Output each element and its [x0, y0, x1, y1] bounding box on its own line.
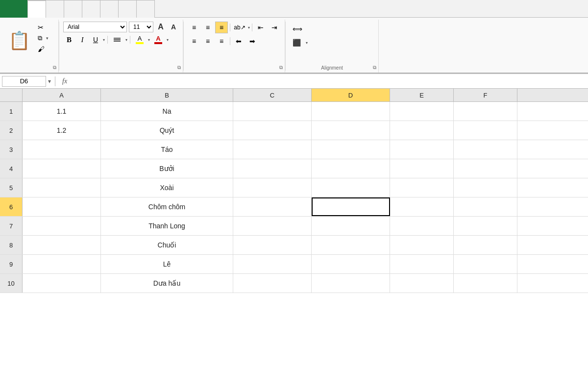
font-color-button[interactable]: A — [151, 34, 165, 45]
underline-button[interactable]: U — [90, 34, 101, 45]
paste-button[interactable]: 📋 — [3, 20, 36, 63]
col-header-f[interactable]: F — [454, 89, 517, 101]
row-number[interactable]: 1 — [0, 102, 23, 121]
cell-d4[interactable] — [312, 159, 390, 178]
cell-d1[interactable] — [312, 102, 390, 121]
align-right-button[interactable]: ≡ — [215, 35, 228, 47]
cell-d6[interactable] — [312, 197, 390, 216]
border-button[interactable] — [110, 34, 124, 45]
alignment-expand-icon2[interactable]: ⧉ — [373, 65, 376, 71]
align-bottom-button[interactable]: ≡ — [215, 22, 228, 33]
cell-e8[interactable] — [390, 236, 454, 254]
col-header-d[interactable]: D — [312, 89, 390, 101]
format-painter-button[interactable]: 🖌 — [36, 44, 50, 54]
align-top-button[interactable]: ≡ — [188, 22, 200, 33]
cell-f3[interactable] — [454, 140, 517, 159]
cell-b7[interactable]: Thanh Long — [101, 217, 233, 235]
tab-formulas[interactable] — [82, 0, 100, 18]
cell-a10[interactable] — [23, 274, 101, 293]
merge-dropdown[interactable]: ▾ — [306, 41, 308, 45]
cell-c1[interactable] — [233, 102, 312, 121]
cell-b5[interactable]: Xoài — [101, 178, 233, 197]
col-header-a[interactable]: A — [23, 89, 101, 101]
cell-d8[interactable] — [312, 236, 390, 254]
cell-f7[interactable] — [454, 217, 517, 235]
cell-a1[interactable]: 1.1 — [23, 102, 101, 121]
merge-center-button[interactable]: ⬛ ▾ — [290, 37, 311, 48]
cell-b6[interactable]: Chôm chôm — [101, 197, 233, 216]
cell-e4[interactable] — [390, 159, 454, 178]
cell-f8[interactable] — [454, 236, 517, 254]
italic-button[interactable]: I — [76, 34, 88, 45]
cell-e10[interactable] — [390, 274, 454, 293]
cell-f9[interactable] — [454, 255, 517, 273]
bold-button[interactable]: B — [63, 34, 75, 45]
font-size-select[interactable]: 11 — [129, 22, 153, 32]
cell-f5[interactable] — [454, 178, 517, 197]
cell-a5[interactable] — [23, 178, 101, 197]
row-number[interactable]: 10 — [0, 274, 23, 293]
tab-review[interactable] — [119, 0, 137, 18]
cell-a9[interactable] — [23, 255, 101, 273]
cut-button[interactable]: ✂ — [36, 23, 50, 32]
cell-a2[interactable]: 1.2 — [23, 121, 101, 140]
col-header-c[interactable]: C — [233, 89, 312, 101]
cell-e1[interactable] — [390, 102, 454, 121]
fill-color-button[interactable]: A — [133, 34, 147, 45]
decrease-indent-button[interactable]: ⬅ — [232, 35, 245, 47]
cell-e5[interactable] — [390, 178, 454, 197]
cell-a8[interactable] — [23, 236, 101, 254]
cell-c9[interactable] — [233, 255, 312, 273]
cell-b2[interactable]: Quýt — [101, 121, 233, 140]
cell-f2[interactable] — [454, 121, 517, 140]
cell-b10[interactable]: Dưa hấu — [101, 274, 233, 293]
cell-d9[interactable] — [312, 255, 390, 273]
cell-d2[interactable] — [312, 121, 390, 140]
cell-a4[interactable] — [23, 159, 101, 178]
cell-a3[interactable] — [23, 140, 101, 159]
row-number[interactable]: 7 — [0, 217, 23, 235]
cell-e3[interactable] — [390, 140, 454, 159]
tab-home[interactable] — [27, 0, 46, 18]
border-dropdown[interactable]: ▾ — [125, 38, 127, 42]
fill-color-dropdown[interactable]: ▾ — [148, 38, 150, 42]
copy-dropdown-arrow[interactable]: ▾ — [46, 36, 49, 41]
cell-c4[interactable] — [233, 159, 312, 178]
wrap-text-button[interactable]: ⟺ — [290, 24, 311, 34]
cell-c2[interactable] — [233, 121, 312, 140]
cell-e7[interactable] — [390, 217, 454, 235]
alignment-expand-icon[interactable]: ⧉ — [279, 65, 283, 71]
tab-file[interactable] — [0, 0, 27, 18]
tab-view[interactable] — [137, 0, 155, 18]
cell-f10[interactable] — [454, 274, 517, 293]
copy-button[interactable]: ⧉ ▾ — [36, 33, 50, 43]
font-name-select[interactable]: Arial — [63, 22, 127, 32]
cell-f6[interactable] — [454, 197, 517, 216]
cell-a6[interactable] — [23, 197, 101, 216]
formula-input[interactable] — [72, 76, 586, 87]
cell-b8[interactable]: Chuối — [101, 236, 233, 254]
cell-d7[interactable] — [312, 217, 390, 235]
row-number[interactable]: 3 — [0, 140, 23, 159]
row-number[interactable]: 2 — [0, 121, 23, 140]
font-shrink-button[interactable]: A — [168, 22, 179, 32]
indent-decrease-button[interactable]: ⇤ — [254, 22, 267, 33]
cell-c3[interactable] — [233, 140, 312, 159]
orientation-dropdown[interactable]: ▾ — [248, 25, 250, 30]
font-expand-icon[interactable]: ⧉ — [177, 65, 181, 71]
cell-d10[interactable] — [312, 274, 390, 293]
align-left-button[interactable]: ≡ — [188, 35, 200, 47]
cell-c6[interactable] — [233, 197, 312, 216]
cell-c7[interactable] — [233, 217, 312, 235]
tab-data[interactable] — [100, 0, 119, 18]
cell-f1[interactable] — [454, 102, 517, 121]
cell-a7[interactable] — [23, 217, 101, 235]
cell-reference-input[interactable] — [2, 76, 46, 87]
cell-e6[interactable] — [390, 197, 454, 216]
cell-d3[interactable] — [312, 140, 390, 159]
cell-b1[interactable]: Na — [101, 102, 233, 121]
indent-increase-button[interactable]: ⇥ — [268, 22, 281, 33]
cell-e9[interactable] — [390, 255, 454, 273]
row-number[interactable]: 8 — [0, 236, 23, 254]
cell-f4[interactable] — [454, 159, 517, 178]
